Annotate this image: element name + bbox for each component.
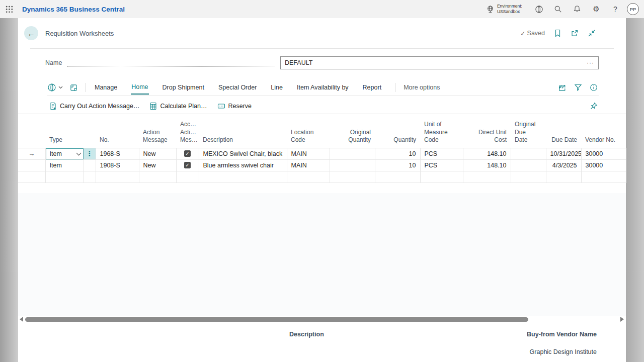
cell-vendor-no[interactable]: 30000 bbox=[581, 159, 626, 171]
cell-description[interactable]: MEXICO Swivel Chair, black bbox=[199, 148, 287, 159]
copilot-menu-button[interactable] bbox=[47, 83, 63, 92]
cell-due-date[interactable]: 4/3/2025 bbox=[546, 159, 581, 171]
info-button[interactable] bbox=[590, 83, 598, 92]
settings-button[interactable]: ⚙ bbox=[587, 0, 606, 18]
cell-type[interactable] bbox=[45, 171, 84, 183]
cell-description[interactable] bbox=[199, 171, 287, 183]
cell-quantity[interactable]: 10 bbox=[375, 159, 420, 171]
cell-uom[interactable] bbox=[420, 171, 463, 183]
col-header-original-due-date[interactable]: Original Due Date bbox=[511, 121, 546, 148]
cell-quantity[interactable] bbox=[375, 171, 420, 183]
calculate-plan-button[interactable]: Calculate Plan… bbox=[149, 102, 207, 110]
background-right-margin bbox=[626, 18, 644, 362]
scroll-right-arrow[interactable] bbox=[620, 317, 624, 322]
col-header-original-quantity[interactable]: Original Quantity bbox=[330, 121, 375, 148]
col-header-location-code[interactable]: Location Code bbox=[287, 121, 330, 148]
cell-action-message[interactable]: New bbox=[139, 159, 176, 171]
cell-direct-unit-cost[interactable]: 148.10 bbox=[463, 159, 511, 171]
scroll-left-arrow[interactable] bbox=[20, 317, 23, 322]
col-header-direct-unit-cost[interactable]: Direct Unit Cost bbox=[463, 121, 511, 148]
tab-drop-shipment[interactable]: Drop Shipment bbox=[162, 81, 205, 94]
cell-original-quantity[interactable] bbox=[330, 148, 375, 159]
cell-original-due-date[interactable] bbox=[511, 171, 546, 183]
scrollbar-track[interactable] bbox=[25, 317, 618, 322]
more-options-button[interactable]: More options bbox=[404, 84, 440, 91]
col-header-type[interactable]: Type bbox=[45, 121, 84, 148]
cell-location-code[interactable] bbox=[287, 171, 330, 183]
cell-accept-action-message[interactable] bbox=[176, 148, 199, 159]
bookmark-button[interactable] bbox=[554, 29, 561, 37]
tab-item-availability-by[interactable]: Item Availability by bbox=[296, 81, 349, 94]
search-button[interactable] bbox=[548, 0, 568, 18]
cell-location-code[interactable]: MAIN bbox=[287, 148, 330, 159]
col-header-no[interactable]: No. bbox=[96, 121, 139, 148]
col-header-quantity[interactable]: Quantity bbox=[375, 121, 420, 148]
cell-uom[interactable]: PCS bbox=[420, 148, 463, 159]
filter-button[interactable] bbox=[574, 83, 582, 92]
cell-action-message[interactable]: New bbox=[139, 148, 176, 159]
cell-action-message[interactable] bbox=[139, 171, 176, 183]
cell-vendor-no[interactable] bbox=[581, 171, 626, 183]
row-menu-cell[interactable] bbox=[84, 171, 96, 183]
col-header-description[interactable]: Description bbox=[199, 121, 287, 148]
scrollbar-thumb[interactable] bbox=[25, 317, 528, 322]
cell-original-quantity[interactable] bbox=[330, 171, 375, 183]
cell-original-due-date[interactable] bbox=[511, 159, 546, 171]
cell-original-quantity[interactable] bbox=[330, 159, 375, 171]
reserve-button[interactable]: Reserve bbox=[217, 103, 252, 110]
cell-original-due-date[interactable] bbox=[511, 148, 546, 159]
user-avatar[interactable]: PP bbox=[627, 3, 639, 15]
name-field-label: Name bbox=[45, 59, 62, 66]
carry-out-icon bbox=[49, 102, 57, 110]
name-lookup-button[interactable]: ··· bbox=[587, 59, 594, 66]
accept-checkbox[interactable] bbox=[184, 162, 191, 168]
cell-quantity[interactable]: 10 bbox=[375, 148, 420, 159]
copilot-button[interactable] bbox=[529, 0, 548, 18]
cell-description[interactable]: Blue armless swivel chair bbox=[199, 159, 287, 171]
col-header-accept-action-message[interactable]: Acc… Acti… Mes… bbox=[176, 121, 199, 148]
col-header-vendor-no[interactable]: Vendor No. bbox=[581, 121, 626, 148]
tab-line[interactable]: Line bbox=[270, 81, 283, 94]
col-header-unit-of-measure-code[interactable]: Unit of Measure Code bbox=[420, 121, 463, 148]
cell-due-date[interactable]: 10/31/2025 bbox=[546, 148, 581, 159]
topbar-actions: Environment: USSandbox ⚙ ? bbox=[486, 0, 644, 18]
row-menu-cell[interactable]: ⋮ bbox=[84, 148, 96, 159]
personalize-grid-button[interactable] bbox=[70, 84, 77, 92]
cell-type[interactable]: Item bbox=[45, 148, 84, 159]
vertical-ellipsis-icon: ⋮ bbox=[87, 150, 93, 157]
cell-no[interactable]: 1968-S bbox=[96, 148, 139, 159]
cell-no[interactable] bbox=[96, 171, 139, 183]
cell-direct-unit-cost[interactable] bbox=[463, 171, 511, 183]
cell-direct-unit-cost[interactable]: 148.10 bbox=[463, 148, 511, 159]
share-button[interactable] bbox=[558, 83, 567, 92]
carry-out-action-message-button[interactable]: Carry Out Action Message… bbox=[49, 102, 139, 110]
tab-report[interactable]: Report bbox=[362, 81, 382, 94]
accept-checkbox[interactable] bbox=[184, 150, 191, 157]
type-dropdown[interactable]: Item bbox=[46, 148, 84, 159]
environment-indicator[interactable]: Environment: USSandbox bbox=[486, 4, 522, 14]
cell-due-date[interactable] bbox=[546, 171, 581, 183]
action-label: Reserve bbox=[228, 103, 252, 110]
cell-accept-action-message[interactable] bbox=[176, 171, 199, 183]
tab-manage[interactable]: Manage bbox=[94, 81, 118, 94]
col-header-action-message[interactable]: Action Message bbox=[139, 121, 176, 148]
back-button[interactable]: ← bbox=[24, 26, 38, 40]
cell-location-code[interactable]: MAIN bbox=[287, 159, 330, 171]
tab-special-order[interactable]: Special Order bbox=[218, 81, 257, 94]
cell-no[interactable]: 1908-S bbox=[96, 159, 139, 171]
collapse-button[interactable] bbox=[588, 29, 596, 37]
help-button[interactable]: ? bbox=[606, 0, 625, 18]
name-input[interactable]: DEFAULT ··· bbox=[280, 56, 599, 69]
app-title[interactable]: Dynamics 365 Business Central bbox=[22, 6, 125, 13]
cell-accept-action-message[interactable] bbox=[176, 159, 199, 171]
tab-home[interactable]: Home bbox=[131, 80, 148, 95]
cell-type[interactable]: Item bbox=[45, 159, 84, 171]
notifications-button[interactable] bbox=[568, 0, 587, 18]
col-header-due-date[interactable]: Due Date bbox=[546, 121, 581, 148]
row-menu-cell[interactable] bbox=[84, 159, 96, 171]
cell-uom[interactable]: PCS bbox=[420, 159, 463, 171]
open-in-new-window-button[interactable] bbox=[571, 29, 579, 37]
pin-button[interactable] bbox=[590, 102, 598, 110]
app-launcher-waffle-icon[interactable] bbox=[0, 0, 18, 18]
cell-vendor-no[interactable]: 30000 bbox=[581, 148, 626, 159]
